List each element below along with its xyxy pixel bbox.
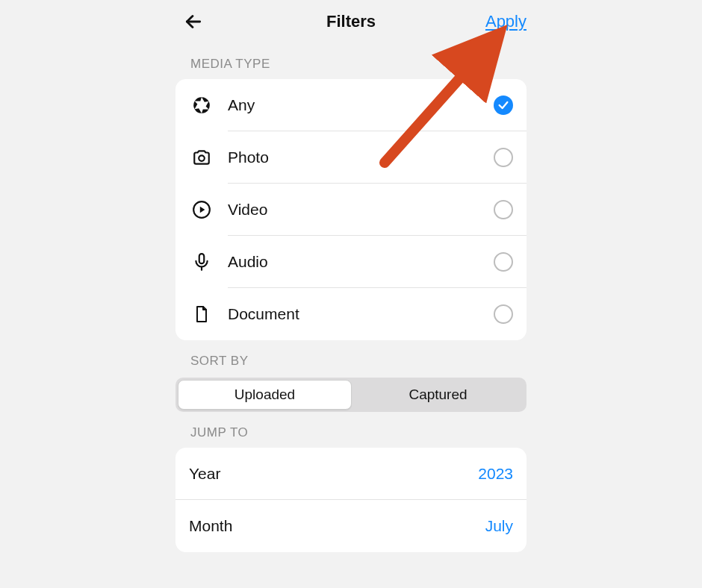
media-type-document[interactable]: Document: [176, 288, 526, 340]
svg-point-2: [199, 155, 205, 161]
camera-icon: [192, 148, 211, 167]
play-circle-icon: [192, 200, 211, 219]
media-type-label: Video: [228, 201, 267, 219]
radio-audio[interactable]: [494, 252, 513, 272]
radio-document[interactable]: [494, 304, 513, 324]
radio-any[interactable]: [494, 96, 513, 115]
page-title: Filters: [326, 12, 376, 31]
jump-to-month-label: Month: [189, 517, 232, 535]
svg-rect-5: [199, 254, 205, 263]
media-type-label: Any: [228, 96, 255, 114]
sort-by-segmented: Uploaded Captured: [176, 378, 526, 412]
apply-button[interactable]: Apply: [485, 12, 526, 31]
media-type-label: Document: [228, 305, 299, 323]
media-type-card: Any Photo: [176, 79, 526, 340]
media-type-photo[interactable]: Photo: [176, 131, 526, 184]
back-button[interactable]: [180, 8, 207, 35]
jump-to-month-value: July: [485, 517, 513, 535]
jump-to-year-label: Year: [189, 465, 220, 483]
jump-to-year-value: 2023: [478, 465, 513, 483]
svg-marker-4: [200, 207, 205, 213]
svg-point-1: [199, 103, 205, 108]
media-type-label: Audio: [228, 253, 268, 271]
section-label-jump-to: JUMP TO: [176, 412, 526, 448]
jump-to-month[interactable]: Month July: [176, 500, 526, 552]
section-label-media-type: MEDIA TYPE: [176, 43, 526, 79]
sort-by-captured[interactable]: Captured: [352, 380, 524, 410]
radio-video[interactable]: [494, 200, 513, 219]
check-icon: [497, 99, 509, 111]
document-icon: [193, 304, 211, 324]
media-type-any[interactable]: Any: [176, 79, 526, 131]
section-label-sort-by: SORT BY: [176, 340, 526, 376]
mic-icon: [192, 252, 211, 272]
media-type-audio[interactable]: Audio: [176, 236, 526, 288]
aperture-icon: [192, 96, 211, 115]
jump-to-card: Year 2023 Month July: [176, 448, 526, 552]
sort-by-uploaded[interactable]: Uploaded: [178, 380, 352, 410]
radio-photo[interactable]: [494, 148, 513, 167]
filters-screen: Filters Apply MEDIA TYPE Any: [176, 0, 526, 575]
jump-to-year[interactable]: Year 2023: [176, 448, 526, 500]
arrow-left-icon: [184, 12, 203, 31]
media-type-video[interactable]: Video: [176, 184, 526, 236]
media-type-label: Photo: [228, 148, 269, 166]
header: Filters Apply: [176, 0, 526, 43]
